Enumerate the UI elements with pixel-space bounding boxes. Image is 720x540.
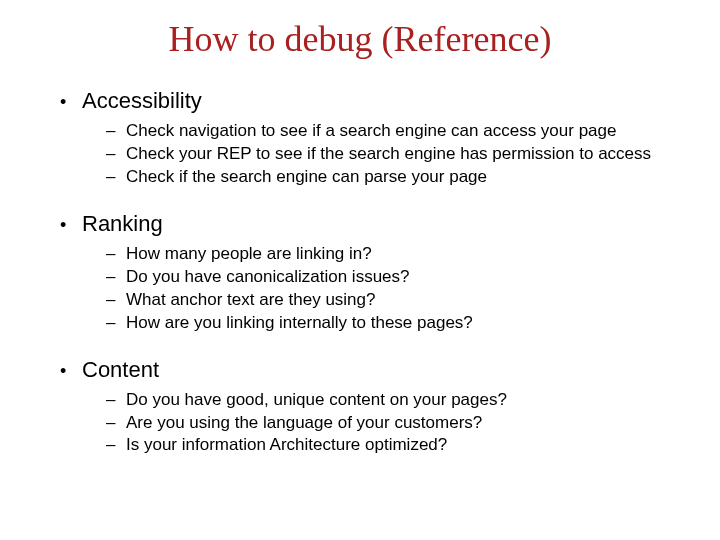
dash-icon: – [106, 120, 126, 143]
list-item: –Do you have good, unique content on you… [106, 389, 680, 412]
item-text: Check navigation to see if a search engi… [126, 120, 616, 143]
list-item: –Check your REP to see if the search eng… [106, 143, 680, 166]
list-item: –How are you linking internally to these… [106, 312, 680, 335]
section-accessibility: • Accessibility –Check navigation to see… [60, 88, 680, 189]
dash-icon: – [106, 266, 126, 289]
list-item: –Is your information Architecture optimi… [106, 434, 680, 457]
dash-icon: – [106, 312, 126, 335]
dash-icon: – [106, 412, 126, 435]
sub-list: –How many people are linking in? –Do you… [60, 243, 680, 335]
item-text: Check your REP to see if the search engi… [126, 143, 651, 166]
section-header: • Content [60, 357, 680, 383]
item-text: Do you have good, unique content on your… [126, 389, 507, 412]
list-item: –Are you using the language of your cust… [106, 412, 680, 435]
sub-list: –Do you have good, unique content on you… [60, 389, 680, 458]
item-text: Check if the search engine can parse you… [126, 166, 487, 189]
list-item: –Check navigation to see if a search eng… [106, 120, 680, 143]
item-text: Is your information Architecture optimiz… [126, 434, 447, 457]
list-item: –Check if the search engine can parse yo… [106, 166, 680, 189]
dash-icon: – [106, 389, 126, 412]
list-item: –How many people are linking in? [106, 243, 680, 266]
item-text: Are you using the language of your custo… [126, 412, 482, 435]
dash-icon: – [106, 143, 126, 166]
section-label: Content [82, 357, 159, 383]
slide-title: How to debug (Reference) [40, 18, 680, 60]
bullet-icon: • [60, 216, 82, 234]
list-item: –Do you have canonicalization issues? [106, 266, 680, 289]
bullet-icon: • [60, 362, 82, 380]
slide: How to debug (Reference) • Accessibility… [0, 0, 720, 540]
section-label: Accessibility [82, 88, 202, 114]
section-ranking: • Ranking –How many people are linking i… [60, 211, 680, 335]
item-text: Do you have canonicalization issues? [126, 266, 410, 289]
dash-icon: – [106, 166, 126, 189]
dash-icon: – [106, 243, 126, 266]
item-text: What anchor text are they using? [126, 289, 375, 312]
dash-icon: – [106, 289, 126, 312]
item-text: How are you linking internally to these … [126, 312, 473, 335]
dash-icon: – [106, 434, 126, 457]
section-header: • Accessibility [60, 88, 680, 114]
section-content: • Content –Do you have good, unique cont… [60, 357, 680, 458]
bullet-icon: • [60, 93, 82, 111]
bullet-list: • Accessibility –Check navigation to see… [40, 88, 680, 457]
sub-list: –Check navigation to see if a search eng… [60, 120, 680, 189]
section-header: • Ranking [60, 211, 680, 237]
item-text: How many people are linking in? [126, 243, 372, 266]
section-label: Ranking [82, 211, 163, 237]
list-item: –What anchor text are they using? [106, 289, 680, 312]
